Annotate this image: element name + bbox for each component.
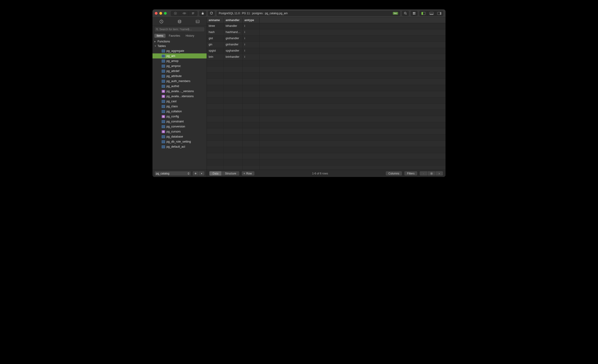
- svg-rect-35: [162, 110, 165, 113]
- cell-amname[interactable]: btree: [207, 23, 224, 29]
- cell-amname[interactable]: brin: [207, 54, 224, 60]
- svg-rect-7: [414, 14, 415, 15]
- cell-amtype[interactable]: i: [243, 48, 259, 54]
- add-row-button[interactable]: + Row: [241, 171, 255, 176]
- table-item-pg_conversion[interactable]: pg_conversion: [152, 124, 207, 129]
- cell-amtype[interactable]: i: [243, 23, 259, 29]
- breadcrumb-bar[interactable]: PostgreSQL 11.0 : PG 11 : postgres : pg_…: [217, 11, 400, 16]
- structure-tab[interactable]: Structure: [222, 171, 239, 176]
- table-item-pg_config[interactable]: pg_config: [152, 114, 207, 119]
- table-item-label: pg_cast: [166, 100, 176, 103]
- cell-amname[interactable]: spgist: [207, 48, 224, 54]
- table-item-pg_constraint[interactable]: pg_constraint: [152, 119, 207, 124]
- group-tables[interactable]: ▼ Tables: [152, 44, 207, 48]
- close-window-button[interactable]: [155, 12, 158, 15]
- cell-amhandler[interactable]: ginhandler: [224, 42, 243, 48]
- refresh-icon: [210, 12, 213, 15]
- next-page-button[interactable]: ›: [435, 171, 443, 176]
- refresh-button[interactable]: [208, 11, 215, 16]
- table-row[interactable]: hashhashhandleri: [207, 29, 446, 35]
- table-item-pg_availa_versions[interactable]: pg_availa…_versions: [152, 89, 207, 94]
- table-item-label: pg_amproc: [166, 64, 181, 68]
- page-settings-button[interactable]: [427, 171, 435, 176]
- table-item-pg_default_acl[interactable]: pg_default_acl: [152, 144, 207, 149]
- table-item-pg_amproc[interactable]: pg_amproc: [152, 64, 207, 68]
- table-item-pg_collation[interactable]: pg_collation: [152, 109, 207, 114]
- sidebar-mode-connections[interactable]: [152, 17, 170, 25]
- search-box[interactable]: [154, 27, 205, 32]
- table-item-pg_attrdef[interactable]: pg_attrdef: [152, 68, 207, 74]
- minimize-window-button[interactable]: [159, 12, 162, 15]
- col-amtype[interactable]: amtype: [243, 17, 259, 23]
- table-item-pg_authid[interactable]: pg_authid: [152, 84, 207, 89]
- table-item-pg_am[interactable]: pg_am: [152, 53, 207, 58]
- table-item-pg_cursors[interactable]: pg_cursors: [152, 129, 207, 134]
- table-item-label: pg_attribute: [166, 74, 182, 78]
- table-row[interactable]: btreebthandleri: [207, 23, 446, 29]
- empty-row: [207, 85, 446, 91]
- table-item-pg_class[interactable]: pg_class: [152, 104, 207, 109]
- cell-amname[interactable]: gist: [207, 35, 224, 41]
- schema-picker[interactable]: pg_catalog: [154, 171, 191, 176]
- table-row[interactable]: brinbrinhandleri: [207, 54, 446, 60]
- tab-items[interactable]: Items: [154, 34, 166, 38]
- data-tab[interactable]: Data: [209, 171, 222, 176]
- table-item-pg_availaxtensions[interactable]: pg_availa…xtensions: [152, 94, 207, 99]
- cell-amname[interactable]: gin: [207, 42, 224, 48]
- lock-button[interactable]: [199, 11, 206, 16]
- cell-amtype[interactable]: i: [243, 29, 259, 35]
- table-row[interactable]: spgistspghandleri: [207, 48, 446, 54]
- add-menu-button[interactable]: ▾: [199, 171, 205, 176]
- table-icon: [162, 120, 165, 123]
- table-item-pg_amop[interactable]: pg_amop: [152, 58, 207, 64]
- cell-amhandler[interactable]: bthandler: [224, 23, 243, 29]
- sidebar-mode-sql[interactable]: SQL: [189, 17, 207, 25]
- sidebar-mode-database[interactable]: [171, 17, 189, 25]
- table-item-pg_aggregate[interactable]: pg_aggregate: [152, 48, 207, 53]
- tab-favorites[interactable]: Favorites: [166, 34, 182, 38]
- table-item-pg_database[interactable]: pg_database: [152, 134, 207, 139]
- grid-view-button[interactable]: [411, 11, 417, 16]
- table-item-label: pg_availa…_versions: [166, 90, 194, 93]
- cell-amhandler[interactable]: brinhandler: [224, 54, 243, 60]
- cell-amname[interactable]: hash: [207, 29, 224, 35]
- empty-row: [207, 134, 446, 141]
- cell-amtype[interactable]: i: [243, 54, 259, 60]
- prev-page-button[interactable]: ‹: [420, 171, 427, 176]
- cell-amhandler[interactable]: hashhandler: [224, 29, 243, 35]
- cell-amtype[interactable]: i: [243, 42, 259, 48]
- search-button[interactable]: [402, 11, 409, 16]
- panel-bottom-button[interactable]: [427, 11, 435, 16]
- table-item-pg_cast[interactable]: pg_cast: [152, 99, 207, 104]
- panel-left-button[interactable]: [420, 11, 427, 16]
- tab-history[interactable]: History: [183, 34, 197, 38]
- table-item-label: pg_config: [166, 115, 179, 118]
- chevron-right-icon: ▶: [154, 40, 157, 43]
- svg-text:SQL: SQL: [196, 21, 199, 23]
- table-item-pg_db_role_setting[interactable]: pg_db_role_setting: [152, 139, 207, 144]
- filters-button[interactable]: Filters: [404, 171, 417, 176]
- zoom-window-button[interactable]: [164, 12, 167, 15]
- grid-body[interactable]: btreebthandlerihashhashhandlerigistgisth…: [207, 23, 446, 170]
- cell-amtype[interactable]: i: [243, 35, 259, 41]
- object-tree[interactable]: ▶ Functions ▼ Tables pg_aggregatepg_ampg…: [152, 39, 207, 170]
- table-row[interactable]: gistgisthandleri: [207, 35, 446, 42]
- table-item-pg_auth_members[interactable]: pg_auth_members: [152, 79, 207, 84]
- col-amname[interactable]: amname: [207, 17, 224, 23]
- svg-rect-39: [162, 120, 165, 123]
- group-functions[interactable]: ▶ Functions: [152, 39, 207, 44]
- panel-right-button[interactable]: [435, 11, 443, 16]
- table-item-pg_attribute[interactable]: pg_attribute: [152, 74, 207, 79]
- table-row[interactable]: ginginhandleri: [207, 42, 446, 48]
- add-button[interactable]: +: [193, 171, 199, 176]
- preview-button[interactable]: [180, 11, 189, 16]
- columns-button[interactable]: Columns: [385, 171, 402, 176]
- schema-picker-label: pg_catalog: [156, 172, 169, 175]
- search-input[interactable]: [159, 28, 203, 31]
- activity-button[interactable]: [189, 11, 197, 16]
- col-amhandler[interactable]: amhandler: [224, 17, 243, 23]
- cell-amhandler[interactable]: spghandler: [224, 48, 243, 54]
- cell-amhandler[interactable]: gisthandler: [224, 35, 243, 41]
- back-button[interactable]: [171, 11, 180, 16]
- svg-point-15: [178, 20, 181, 21]
